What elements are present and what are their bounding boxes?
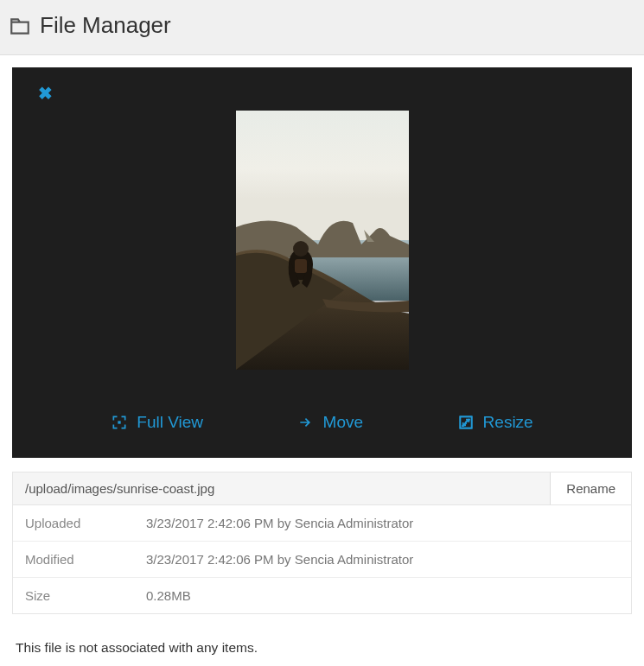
image-preview-container <box>29 85 615 396</box>
meta-value: 3/23/2017 2:42:06 PM by Sencia Administr… <box>146 552 413 567</box>
resize-label: Resize <box>483 413 533 432</box>
file-path: /upload/images/sunrise-coast.jpg <box>13 473 550 504</box>
full-view-button[interactable]: Full View <box>111 413 203 432</box>
move-label: Move <box>323 413 363 432</box>
move-button[interactable]: Move <box>297 413 363 432</box>
page-title: File Manager <box>40 12 171 39</box>
meta-value: 0.28MB <box>146 588 191 603</box>
preview-actions: Full View Move <box>29 396 615 441</box>
file-path-row: /upload/images/sunrise-coast.jpg Rename <box>13 473 631 505</box>
meta-value: 3/23/2017 2:42:06 PM by Sencia Administr… <box>146 516 413 530</box>
meta-label: Uploaded <box>25 516 146 530</box>
meta-row-modified: Modified 3/23/2017 2:42:06 PM by Sencia … <box>13 542 631 578</box>
image-thumbnail <box>236 111 409 370</box>
content-area: ✖ <box>0 55 644 666</box>
folder-icon <box>9 15 31 37</box>
full-view-label: Full View <box>137 413 203 432</box>
meta-label: Modified <box>25 552 146 567</box>
preview-panel: ✖ <box>12 67 632 458</box>
file-details: /upload/images/sunrise-coast.jpg Rename … <box>12 472 632 614</box>
svg-rect-4 <box>295 259 307 273</box>
association-note: This file is not associated with any ite… <box>12 640 632 656</box>
resize-button[interactable]: Resize <box>457 413 533 432</box>
page-header: File Manager <box>0 0 644 55</box>
svg-point-3 <box>293 241 309 257</box>
close-icon[interactable]: ✖ <box>38 85 53 102</box>
rename-button[interactable]: Rename <box>550 473 631 504</box>
meta-label: Size <box>25 588 146 603</box>
meta-row-size: Size 0.28MB <box>13 578 631 613</box>
fullscreen-icon <box>111 414 128 431</box>
arrow-right-icon <box>297 414 315 431</box>
resize-icon <box>457 414 475 431</box>
meta-row-uploaded: Uploaded 3/23/2017 2:42:06 PM by Sencia … <box>13 505 631 542</box>
svg-rect-5 <box>118 421 121 423</box>
